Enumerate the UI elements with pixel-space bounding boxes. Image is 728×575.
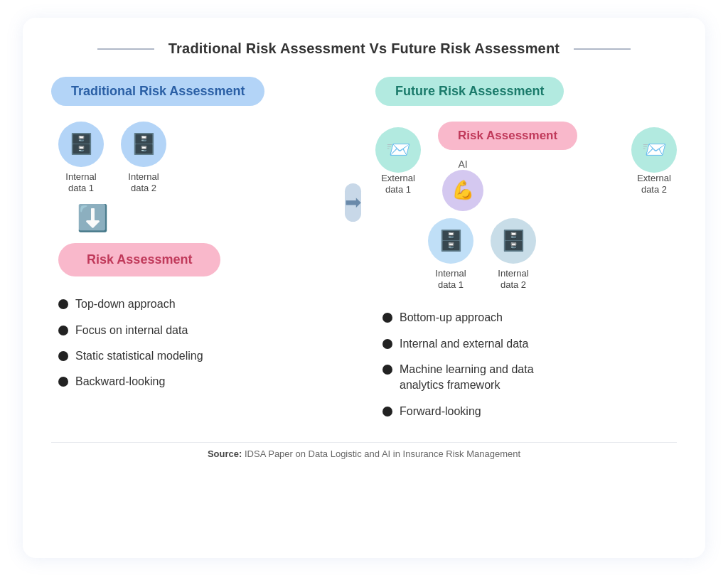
internal-data-2-label: Internaldata 2 (128, 171, 159, 195)
bullet-item: Static statistical modeling (58, 348, 203, 364)
internal-data-1-label: Internaldata 1 (65, 171, 96, 195)
future-internal-data-2-label: Internaldata 2 (498, 268, 528, 292)
future-external-data-2: 📨 Externaldata 2 (631, 127, 677, 197)
source-line: Source: IDSA Paper on Data Logistic and … (51, 442, 677, 459)
external-data-1-label: Externaldata 1 (381, 173, 415, 197)
ai-label: AI (442, 158, 483, 170)
ai-label-wrap: AI 💪 (442, 158, 483, 211)
traditional-risk-badge-label: Risk Assessment (87, 252, 192, 267)
future-internal-data-row: 🗄️ Internaldata 1 🗄️ Internaldata 2 (428, 218, 536, 292)
future-internal-data-2-icon: 🗄️ (491, 218, 536, 264)
bullet-dot (382, 365, 392, 375)
bullet-text: Internal and external data (400, 336, 528, 352)
left-column: Traditional Risk Assessment 🗄️ Internald… (51, 77, 353, 430)
bullet-item: Forward-looking (382, 404, 534, 419)
bullet-dot (382, 339, 392, 349)
internal-data-1-icon: 🗄️ (58, 122, 104, 167)
future-internal-data-1: 🗄️ Internaldata 1 (428, 218, 473, 292)
bullet-item: Backward-looking (58, 374, 203, 389)
arrow-down-icon: ⬇️ (77, 203, 109, 233)
future-external-data-1: 📨 Externaldata 1 (375, 127, 421, 197)
bullet-text: Machine learning and dataanalytics frame… (400, 362, 534, 394)
future-risk-badge: Risk Assessment (438, 122, 577, 150)
ai-muscle-icon: 💪 (442, 170, 483, 211)
columns-layout: Traditional Risk Assessment 🗄️ Internald… (51, 77, 677, 430)
future-bullet-list: Bottom-up approach Internal and external… (382, 310, 534, 429)
main-title: Traditional Risk Assessment Vs Future Ri… (51, 41, 677, 57)
main-title-text: Traditional Risk Assessment Vs Future Ri… (168, 41, 560, 56)
traditional-internal-data-2: 🗄️ Internaldata 2 (121, 122, 166, 195)
bullet-dot (58, 299, 68, 309)
future-section-badge: Future Risk Assessment (375, 77, 564, 106)
ai-section: AI 💪 (442, 158, 483, 211)
bullet-text: Backward-looking (75, 374, 165, 389)
bullet-item: Internal and external data (382, 336, 534, 352)
bullet-item: Top-down approach (58, 296, 203, 312)
traditional-data-icons: 🗄️ Internaldata 1 🗄️ Internaldata 2 (58, 122, 166, 195)
future-internal-data-1-label: Internaldata 1 (435, 268, 466, 292)
bullet-dot (58, 377, 68, 387)
bullet-text: Focus on internal data (75, 323, 188, 338)
traditional-label: Traditional Risk Assessment (71, 84, 245, 98)
bullet-item: Focus on internal data (58, 323, 203, 338)
future-internal-data-1-icon: 🗄️ (428, 218, 473, 264)
source-label: Source: (208, 448, 242, 459)
bullet-dot (382, 313, 392, 323)
external-data-1-icon: 📨 (375, 127, 421, 173)
future-label: Future Risk Assessment (395, 84, 544, 98)
right-column: Future Risk Assessment 📨 Externaldata 1 … (353, 77, 677, 430)
future-internal-data-2: 🗄️ Internaldata 2 (491, 218, 536, 292)
external-data-2-label: Externaldata 2 (637, 173, 671, 197)
future-risk-badge-label: Risk Assessment (458, 129, 557, 142)
traditional-bullet-list: Top-down approach Focus on internal data… (58, 296, 203, 400)
future-center-section: Risk Assessment AI 💪 🗄️ Internaldata (428, 122, 624, 292)
bullet-text: Top-down approach (75, 296, 176, 312)
traditional-section-badge: Traditional Risk Assessment (51, 77, 264, 106)
bullet-item: Bottom-up approach (382, 310, 534, 326)
traditional-internal-data-1: 🗄️ Internaldata 1 (58, 122, 104, 195)
traditional-risk-badge: Risk Assessment (58, 243, 220, 276)
bullet-text: Bottom-up approach (400, 310, 503, 326)
main-card: Traditional Risk Assessment Vs Future Ri… (23, 18, 705, 558)
future-diagram-layout: 📨 Externaldata 1 Risk Assessment AI 💪 (375, 122, 677, 292)
bullet-item: Machine learning and dataanalytics frame… (382, 362, 534, 394)
bullet-text: Forward-looking (400, 404, 481, 419)
internal-data-2-icon: 🗄️ (121, 122, 166, 167)
bullet-text: Static statistical modeling (75, 348, 203, 364)
bullet-dot (382, 407, 392, 417)
bullet-dot (58, 351, 68, 361)
bullet-dot (58, 326, 68, 335)
source-text: IDSA Paper on Data Logistic and AI in In… (245, 448, 520, 459)
external-data-2-icon: 📨 (631, 127, 677, 173)
